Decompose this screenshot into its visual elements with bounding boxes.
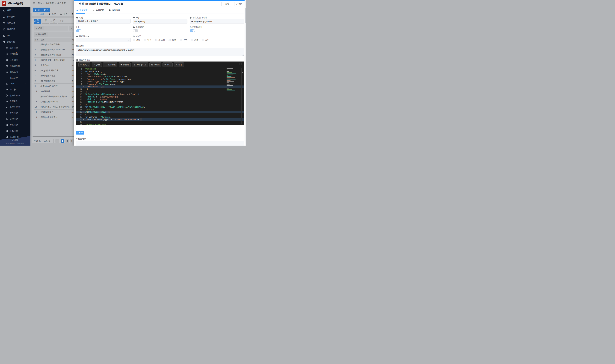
sidebar-item-MQTT[interactable]: MQTT: [0, 81, 30, 87]
sidebar-item-我的日历[interactable]: 我的日历: [0, 26, 30, 32]
sidebar-item-首页[interactable]: 首页: [0, 7, 30, 13]
sidebar-item-表单引擎[interactable]: 表单引擎: [0, 122, 30, 128]
breadcrumb-item[interactable]: 系统引擎: [45, 2, 54, 5]
editor-button-折叠[interactable]: 折叠: [92, 63, 102, 67]
fullscreen-icon[interactable]: [239, 63, 242, 65]
resize-handle[interactable]: [242, 54, 244, 56]
export-button[interactable]: 导出: [50, 19, 57, 24]
editor-button-V8引擎文档[interactable]: V8引擎文档: [132, 63, 148, 67]
sidebar-item-获取源码[interactable]: 获取源码: [0, 13, 30, 20]
roles-select[interactable]: [76, 38, 131, 42]
code-line-15[interactable]: 15};: [76, 91, 244, 93]
key-field[interactable]: wxpay-notify: [133, 19, 187, 24]
editor-button-AI编程[interactable]: AI编程: [149, 63, 161, 67]
modal-scrollbar[interactable]: [245, 0, 246, 145]
radio-测试[interactable]: 测试: [191, 39, 198, 41]
code-line-18[interactable]: 18 RizhiLB : '支付回调',: [76, 98, 244, 101]
radio-飞书[interactable]: 飞书: [180, 39, 187, 41]
code-line-21[interactable]: 21var APIv3SecretKey = V8.OsClientModel.…: [76, 106, 244, 108]
editor-button-放大[interactable]: 放大: [162, 63, 173, 67]
editor-button-快捷键[interactable]: 快捷键: [119, 63, 131, 67]
name-field[interactable]: [微信]微信支付回调接口: [76, 19, 131, 24]
collapse-menu-icon[interactable]: [33, 2, 36, 5]
code-line-2[interactable]: 2var v8Param = {: [76, 70, 244, 73]
code-line-20[interactable]: 20});: [76, 103, 244, 106]
modal-tab-引擎配置[interactable]: 引擎配置: [76, 9, 88, 13]
v8-code-editor[interactable]: 格式化折叠查找/替换快捷键V8引擎文档AI编程放大缩小 1//写回调日志2var…: [76, 62, 244, 125]
page-button-1[interactable]: 1: [61, 139, 64, 143]
code-line-5[interactable]: 5 "resource_type": V8.Param.resource_typ…: [76, 78, 244, 80]
add-button[interactable]: 新增: [34, 19, 41, 24]
code-line-14[interactable]: 14 }: [76, 88, 244, 91]
search-input[interactable]: 搜索: [58, 19, 75, 24]
category-tab-业务[interactable]: 业务: [60, 13, 67, 16]
code-line-47[interactable]: 47}: [76, 121, 244, 123]
sidebar-item-任务调度[interactable]: 任务调度: [0, 57, 30, 63]
code-line-36[interactable]: 36❯if(wxParam.event_type != 'TRANSACTION…: [76, 118, 244, 121]
code-line-6[interactable]: 6 "event_type": V8.Param.event_type,: [76, 80, 244, 83]
sidebar-item-界面引擎[interactable]: 界面引擎: [0, 98, 30, 104]
category-tab-全部[interactable]: 全部: [37, 13, 44, 16]
sidebar-item-模块引擎[interactable]: 模块引擎: [0, 75, 30, 81]
editor-button-缩小[interactable]: 缩小: [174, 63, 184, 67]
sidebar-item-流程引擎[interactable]: 流程引擎: [0, 116, 30, 122]
code-line-16[interactable]: 16V8.FormEngine.AddFormData('diy_importa…: [76, 93, 244, 96]
app-logo[interactable]: Microi吾码: [0, 0, 30, 7]
filter-name-input[interactable]: [44, 26, 68, 30]
tab-close-icon[interactable]: ✕: [47, 9, 48, 11]
sidebar-item-模块引擎[interactable]: 模块引擎: [0, 45, 30, 51]
fold-chevron-icon[interactable]: ❯: [82, 118, 85, 121]
modal-tab-详细配置[interactable]: 详细配置: [92, 9, 104, 13]
minimap[interactable]: [227, 68, 236, 91]
desc-textarea[interactable]: https://pay.weixin.qq.com/wiki/doc/apiv3…: [76, 48, 244, 56]
modal-scroll-thumb[interactable]: [245, 8, 246, 23]
code-line-3[interactable]: 3 "id": V8.Param.id,: [76, 73, 244, 75]
code-line-1[interactable]: 1//写回调日志: [76, 68, 244, 70]
prev-page-button[interactable]: ‹: [55, 139, 59, 143]
sidebar-item-接口引擎[interactable]: 接口引擎: [0, 110, 30, 117]
sidebar-item-OA[interactable]: OA: [0, 32, 30, 39]
code-line-48[interactable]: 48//解密微信发过来的数据: [76, 123, 244, 125]
toggle-允许匿名调用[interactable]: [190, 29, 195, 32]
sidebar-item-消息队列[interactable]: 消息队列: [0, 69, 30, 75]
ai-result-textarea[interactable]: [76, 141, 244, 145]
radio-业务[interactable]: 业务: [144, 39, 151, 41]
code-line-34[interactable]: 34}: [76, 113, 244, 116]
radio-移动端[interactable]: 移动端: [155, 39, 165, 41]
sidebar-item-系统引擎[interactable]: 系统引擎: [0, 39, 30, 45]
code-line-19[interactable]: 19 RizhiNR : JSON.stringify(v8Param): [76, 101, 244, 103]
code-line-4[interactable]: 4 "create_time": V8.Param.create_time,: [76, 75, 244, 78]
sidebar-item-数据源引擎[interactable]: 数据源引擎: [0, 63, 30, 69]
page-button-3[interactable]: 3: [70, 139, 74, 143]
sidebar-item-表单引擎[interactable]: 表单引擎: [0, 128, 30, 134]
editor-button-查找/替换[interactable]: 查找/替换: [103, 63, 118, 67]
code-line-8[interactable]: 8❯ "resource": {…: [76, 85, 244, 88]
sidebar-item-AI引擎[interactable]: AI引擎: [0, 87, 30, 92]
url-field[interactable]: /apiengine/wxpay-notify: [190, 19, 244, 24]
breadcrumb-item[interactable]: 首页: [38, 2, 42, 5]
import-button[interactable]: 导入: [42, 19, 49, 24]
fold-chevron-icon[interactable]: ❯: [82, 111, 85, 113]
close-button[interactable]: 关闭: [234, 2, 244, 6]
radio-系统[interactable]: 系统: [133, 39, 140, 41]
toggle-分布式锁[interactable]: [133, 29, 138, 32]
fold-chevron-icon[interactable]: ❯: [82, 85, 85, 88]
page-size-select[interactable]: 15条/页: [43, 139, 53, 143]
ai-check-button[interactable]: AI检查: [76, 131, 84, 134]
breadcrumb-item[interactable]: 接口引擎: [57, 2, 66, 5]
editor-button-格式化[interactable]: 格式化: [79, 63, 91, 67]
modal-tab-运行测试[interactable]: 运行测试: [108, 9, 120, 13]
code-line-23[interactable]: 23❯if(!APIv3SecretKey){…: [76, 111, 244, 113]
tab-chip-interface-engine[interactable]: 接口引擎 ✕: [33, 8, 50, 12]
radio-其它[interactable]: 其它: [202, 39, 209, 41]
code-line-17[interactable]: 17 RizhiMC : '会员订单支付回调参数',: [76, 96, 244, 98]
radio-微信[interactable]: 微信: [169, 39, 176, 41]
sidebar-item-多语言管理[interactable]: 多语言管理: [0, 104, 30, 110]
editor-scrollbar[interactable]: [241, 68, 243, 124]
edit-button[interactable]: 编辑: [221, 2, 231, 6]
page-button-2[interactable]: 2: [65, 139, 69, 143]
sidebar-item-应用商城[interactable]: 应用商城: [0, 51, 30, 57]
editor-scroll-thumb[interactable]: [242, 72, 243, 73]
toggle-启用[interactable]: [76, 29, 81, 32]
sidebar-item-数据库管理[interactable]: 数据库管理: [0, 92, 30, 99]
